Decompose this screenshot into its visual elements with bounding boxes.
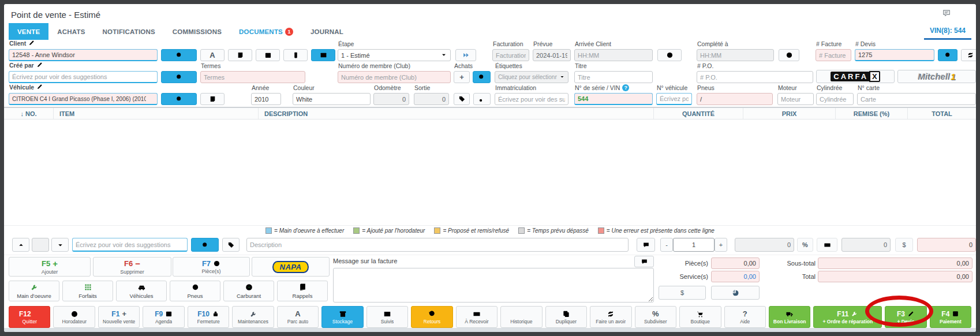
annee-input[interactable] xyxy=(255,96,278,103)
historique-button[interactable]: Historique xyxy=(500,306,542,328)
retours-button[interactable]: Retours xyxy=(411,306,452,328)
sortie-input[interactable] xyxy=(417,96,446,103)
dollar-label-button[interactable]: $ xyxy=(895,238,913,252)
immatriculation-input[interactable] xyxy=(498,96,565,103)
cylindree-input[interactable] xyxy=(820,96,850,103)
clear-vehicule-icon[interactable] xyxy=(148,96,154,102)
f12-quitter-button[interactable]: F12Quitter xyxy=(9,306,50,328)
a-recevoir-button[interactable]: À Recevoir xyxy=(456,306,498,328)
pneus-input[interactable] xyxy=(700,96,769,103)
faire-un-avoir-button[interactable]: Faire un avoir xyxy=(590,306,631,328)
vehicule-tag-button[interactable] xyxy=(454,93,470,105)
achats-search-button[interactable] xyxy=(473,71,491,83)
num-vehicule-input[interactable] xyxy=(660,95,689,102)
qty-plus-button[interactable]: + xyxy=(715,238,727,252)
complete-input[interactable] xyxy=(700,52,770,59)
etiquettes-select[interactable]: Cliquez pour sélectionner xyxy=(495,71,568,83)
col-description[interactable]: DESCRIPTION xyxy=(258,108,653,119)
close-icon[interactable] xyxy=(960,9,968,20)
item-suggestion-input[interactable] xyxy=(76,241,184,248)
f3-devis-button[interactable]: F3+ Devis xyxy=(885,306,926,328)
devis-input[interactable] xyxy=(858,51,923,58)
f4-paiement-button[interactable]: F4Paiement xyxy=(930,306,971,328)
vehicule-search-button[interactable] xyxy=(161,93,197,105)
item-tag-button[interactable] xyxy=(222,238,240,252)
arrivee-input[interactable] xyxy=(578,52,649,59)
titre-input[interactable] xyxy=(578,74,649,81)
f1-nouvelle-vente-button[interactable]: F1+Nouvelle vente xyxy=(98,306,140,328)
next-step-button[interactable] xyxy=(455,49,476,61)
col-remise[interactable]: REMISE (%) xyxy=(835,108,907,119)
moteur-input[interactable] xyxy=(781,96,810,103)
pie-chart-button[interactable] xyxy=(711,286,760,300)
horodateur-button[interactable]: Horodateur xyxy=(53,306,95,328)
percent-toggle-button[interactable]: % xyxy=(797,238,813,252)
subdiviser-button[interactable]: %Subdiviser xyxy=(635,306,676,328)
line-number-input[interactable] xyxy=(35,241,46,248)
chat-icon[interactable] xyxy=(942,9,951,20)
message-comment-button[interactable] xyxy=(634,256,654,267)
f10-fermeture-button[interactable]: F10Fermeture xyxy=(188,306,229,328)
aide-button[interactable]: ?Aide xyxy=(724,306,766,328)
description-input[interactable] xyxy=(250,241,625,248)
tab-notifications[interactable]: NOTIFICATIONS xyxy=(94,23,164,40)
message-input[interactable] xyxy=(333,268,654,303)
napa-button[interactable]: NAPA xyxy=(252,257,330,277)
couleur-input[interactable] xyxy=(296,96,367,103)
col-quantite[interactable]: QUANTITÉ xyxy=(653,108,743,119)
pneus-button[interactable]: Pneus xyxy=(170,281,220,301)
subtotal-input[interactable] xyxy=(821,260,969,267)
line-comment-button[interactable] xyxy=(637,238,655,252)
vin-input[interactable] xyxy=(578,95,641,102)
clear-client-icon[interactable] xyxy=(148,52,154,58)
prevue-input[interactable] xyxy=(536,52,567,59)
refresh-button[interactable] xyxy=(961,49,976,61)
tab-journal[interactable]: JOURNAL xyxy=(302,23,352,40)
cree-par-search-button[interactable] xyxy=(161,71,197,83)
client-note-button[interactable] xyxy=(228,49,252,61)
client-fleet-button[interactable]: A xyxy=(200,49,225,61)
carburant-button[interactable]: Carburant xyxy=(223,281,274,301)
suivis-button[interactable]: Suivis xyxy=(366,306,408,328)
facturation-input[interactable] xyxy=(496,52,526,59)
help-icon[interactable]: ? xyxy=(622,84,629,91)
forfaits-button[interactable]: Forfaits xyxy=(62,281,113,301)
money-toggle-button[interactable] xyxy=(817,238,837,252)
complete-clock-button[interactable] xyxy=(779,49,799,61)
total-input[interactable] xyxy=(821,273,969,280)
tab-commissions[interactable]: COMMISSIONS xyxy=(164,23,230,40)
facture-input[interactable] xyxy=(819,52,848,59)
edit-vehicule-icon[interactable] xyxy=(36,83,43,91)
rappels-button[interactable]: Rappels xyxy=(277,281,328,301)
client-phone-button[interactable] xyxy=(283,49,308,61)
items-table-body[interactable] xyxy=(4,120,976,225)
devis-search-button[interactable] xyxy=(938,49,957,61)
f7-pieces-button[interactable]: F7 Pièce(s) xyxy=(173,257,250,277)
clear-devis-icon[interactable] xyxy=(925,52,931,58)
tab-vente[interactable]: VENTE xyxy=(9,23,48,40)
cree-par-input[interactable] xyxy=(12,73,154,80)
minimize-button[interactable] xyxy=(925,9,933,20)
move-up-button[interactable] xyxy=(12,238,29,252)
line-total-input[interactable] xyxy=(921,241,972,248)
termes-input[interactable] xyxy=(204,74,302,81)
etape-select[interactable]: 1 - Estimé xyxy=(338,49,451,61)
bon-livraison-button[interactable]: Bon Livraison xyxy=(769,306,810,328)
client-search-button[interactable] xyxy=(161,49,197,61)
f9-agenda-button[interactable]: F9Agenda xyxy=(143,306,184,328)
f11-ordre-reparation-button[interactable]: F11+ Ordre de réparation xyxy=(813,306,882,328)
client-input[interactable] xyxy=(12,51,146,58)
tab-vin[interactable]: VIN(8): 544 xyxy=(924,23,971,40)
vehicule-input[interactable] xyxy=(12,96,146,102)
client-email-button[interactable] xyxy=(311,49,335,61)
carfax-button[interactable]: CARFAX xyxy=(816,70,895,83)
col-prix[interactable]: PRIX xyxy=(743,108,835,119)
pieces-total-input[interactable] xyxy=(715,260,756,267)
vehicule-key-button[interactable] xyxy=(473,93,491,105)
membre-input[interactable] xyxy=(341,74,447,81)
price-input[interactable] xyxy=(738,241,791,248)
col-total[interactable]: TOTAL xyxy=(907,108,976,119)
client-appointments-button[interactable] xyxy=(256,49,280,61)
col-item[interactable]: ITEM xyxy=(53,108,258,119)
move-down-button[interactable] xyxy=(51,238,69,252)
